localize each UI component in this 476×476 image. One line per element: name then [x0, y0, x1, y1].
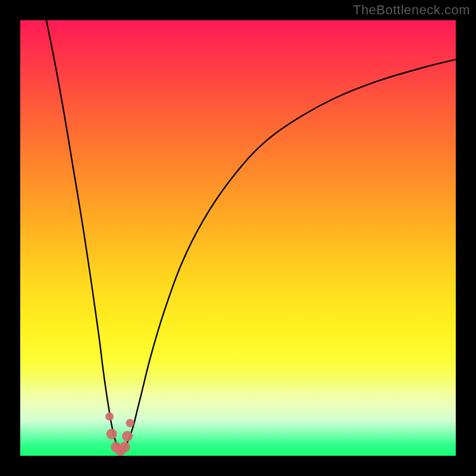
highlight-markers [20, 20, 456, 456]
watermark-text: TheBottleneck.com [353, 2, 470, 18]
marker-dot [105, 412, 114, 421]
marker-dot [120, 441, 130, 452]
chart-frame: TheBottleneck.com [0, 0, 476, 476]
marker-dot [107, 428, 117, 439]
marker-dot [126, 419, 134, 427]
plot-area [20, 20, 456, 456]
marker-dot [122, 431, 133, 441]
